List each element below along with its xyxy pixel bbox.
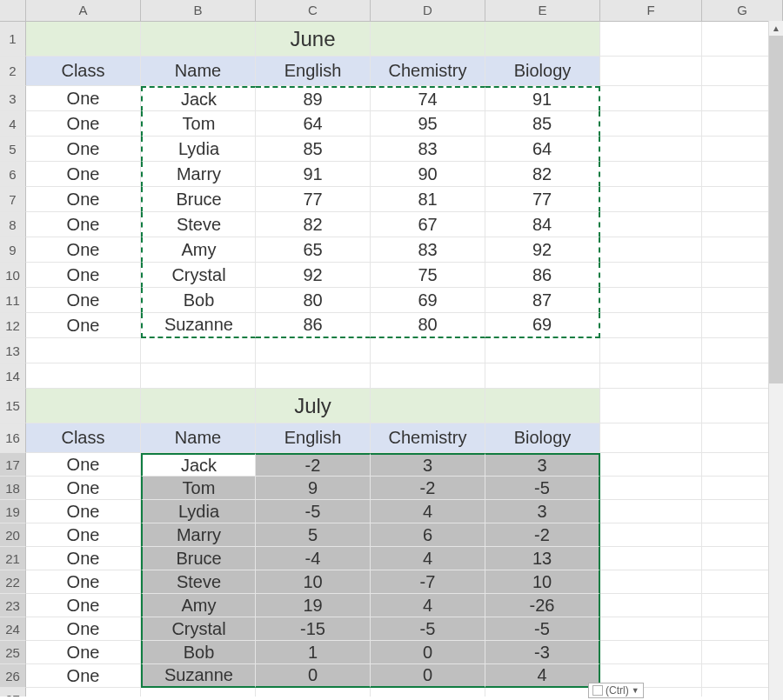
row-header-1[interactable]: 1 <box>0 22 26 57</box>
cell-A3[interactable]: One <box>26 86 141 111</box>
row-header-13[interactable]: 13 <box>0 338 26 363</box>
cell-A19[interactable]: One <box>26 500 141 523</box>
cell-A7[interactable]: One <box>26 187 141 212</box>
cell-A8[interactable]: One <box>26 212 141 237</box>
cell-B8[interactable]: Steve <box>141 212 256 237</box>
row-header-26[interactable]: 26 <box>0 664 26 688</box>
cell-F3[interactable] <box>600 86 702 111</box>
cell-D24[interactable]: -5 <box>371 617 485 641</box>
col-header-F[interactable]: F <box>600 0 702 21</box>
cell-B4[interactable]: Tom <box>141 111 256 137</box>
cell-C14[interactable] <box>256 363 371 389</box>
cell-B17[interactable]: Jack <box>141 453 256 477</box>
cell-A1[interactable] <box>26 22 141 57</box>
cell-C16[interactable]: English <box>256 423 371 453</box>
cell-D17[interactable]: 3 <box>371 453 485 477</box>
cell-C18[interactable]: 9 <box>256 477 371 500</box>
row-header-5[interactable]: 5 <box>0 137 26 162</box>
cell-F14[interactable] <box>600 363 702 389</box>
cell-D5[interactable]: 83 <box>371 137 485 162</box>
cell-C9[interactable]: 65 <box>256 237 371 263</box>
row-header-18[interactable]: 18 <box>0 477 26 500</box>
row-header-24[interactable]: 24 <box>0 617 26 641</box>
row-header-2[interactable]: 2 <box>0 57 26 86</box>
cell-E17[interactable]: 3 <box>485 453 600 477</box>
cell-D23[interactable]: 4 <box>371 594 485 617</box>
cell-E2[interactable]: Biology <box>485 57 600 86</box>
cell-D4[interactable]: 95 <box>371 111 485 137</box>
cell-E26[interactable]: 4 <box>485 664 600 688</box>
col-header-E[interactable]: E <box>485 0 600 21</box>
cell-D14[interactable] <box>371 363 485 389</box>
cell-B3[interactable]: Jack <box>141 86 256 111</box>
col-header-A[interactable]: A <box>26 0 141 21</box>
cell-C23[interactable]: 19 <box>256 594 371 617</box>
cell-C15-july-title[interactable]: July <box>256 389 371 423</box>
cell-C11[interactable]: 80 <box>256 288 371 313</box>
cell-E24[interactable]: -5 <box>485 617 600 641</box>
cell-D10[interactable]: 75 <box>371 263 485 288</box>
cell-C12[interactable]: 86 <box>256 313 371 338</box>
row-header-22[interactable]: 22 <box>0 570 26 594</box>
cell-B21[interactable]: Bruce <box>141 547 256 570</box>
cell-A11[interactable]: One <box>26 288 141 313</box>
cell-D3[interactable]: 74 <box>371 86 485 111</box>
row-header-15[interactable]: 15 <box>0 389 26 423</box>
row-header-9[interactable]: 9 <box>0 237 26 263</box>
cell-A14[interactable] <box>26 363 141 389</box>
cell-F13[interactable] <box>600 338 702 363</box>
cell-E20[interactable]: -2 <box>485 523 600 547</box>
cell-C25[interactable]: 1 <box>256 641 371 664</box>
cell-C1-june-title[interactable]: June <box>256 22 371 57</box>
cell-E6[interactable]: 82 <box>485 162 600 187</box>
cell-A27[interactable] <box>26 688 141 697</box>
cell-C10[interactable]: 92 <box>256 263 371 288</box>
cell-B27[interactable] <box>141 688 256 697</box>
cell-F4[interactable] <box>600 111 702 137</box>
row-header-10[interactable]: 10 <box>0 263 26 288</box>
cell-F17[interactable] <box>600 453 702 477</box>
cell-F9[interactable] <box>600 237 702 263</box>
row-header-19[interactable]: 19 <box>0 500 26 523</box>
cell-B23[interactable]: Amy <box>141 594 256 617</box>
cell-E5[interactable]: 64 <box>485 137 600 162</box>
cell-E16[interactable]: Biology <box>485 423 600 453</box>
row-header-8[interactable]: 8 <box>0 212 26 237</box>
row-header-12[interactable]: 12 <box>0 313 26 338</box>
cell-C22[interactable]: 10 <box>256 570 371 594</box>
row-header-3[interactable]: 3 <box>0 86 26 111</box>
cell-E4[interactable]: 85 <box>485 111 600 137</box>
cell-B18[interactable]: Tom <box>141 477 256 500</box>
cell-F20[interactable] <box>600 523 702 547</box>
cell-D15[interactable] <box>371 389 485 423</box>
cell-C2[interactable]: English <box>256 57 371 86</box>
cell-D8[interactable]: 67 <box>371 212 485 237</box>
row-header-4[interactable]: 4 <box>0 111 26 137</box>
cell-F23[interactable] <box>600 594 702 617</box>
cell-E15[interactable] <box>485 389 600 423</box>
cell-C4[interactable]: 64 <box>256 111 371 137</box>
cell-A9[interactable]: One <box>26 237 141 263</box>
col-header-C[interactable]: C <box>256 0 371 21</box>
cell-D11[interactable]: 69 <box>371 288 485 313</box>
cell-F12[interactable] <box>600 313 702 338</box>
cell-B15[interactable] <box>141 389 256 423</box>
cell-C13[interactable] <box>256 338 371 363</box>
scroll-thumb[interactable] <box>769 36 783 383</box>
cell-F10[interactable] <box>600 263 702 288</box>
select-all-corner[interactable] <box>0 0 26 21</box>
cell-A25[interactable]: One <box>26 641 141 664</box>
cell-D9[interactable]: 83 <box>371 237 485 263</box>
cell-C20[interactable]: 5 <box>256 523 371 547</box>
cell-D27[interactable] <box>371 688 485 697</box>
cell-E8[interactable]: 84 <box>485 212 600 237</box>
cell-E14[interactable] <box>485 363 600 389</box>
cell-A23[interactable]: One <box>26 594 141 617</box>
cell-A22[interactable]: One <box>26 570 141 594</box>
cell-E9[interactable]: 92 <box>485 237 600 263</box>
cell-E23[interactable]: -26 <box>485 594 600 617</box>
cell-D12[interactable]: 80 <box>371 313 485 338</box>
cell-F8[interactable] <box>600 212 702 237</box>
col-header-B[interactable]: B <box>141 0 256 21</box>
cell-A24[interactable]: One <box>26 617 141 641</box>
